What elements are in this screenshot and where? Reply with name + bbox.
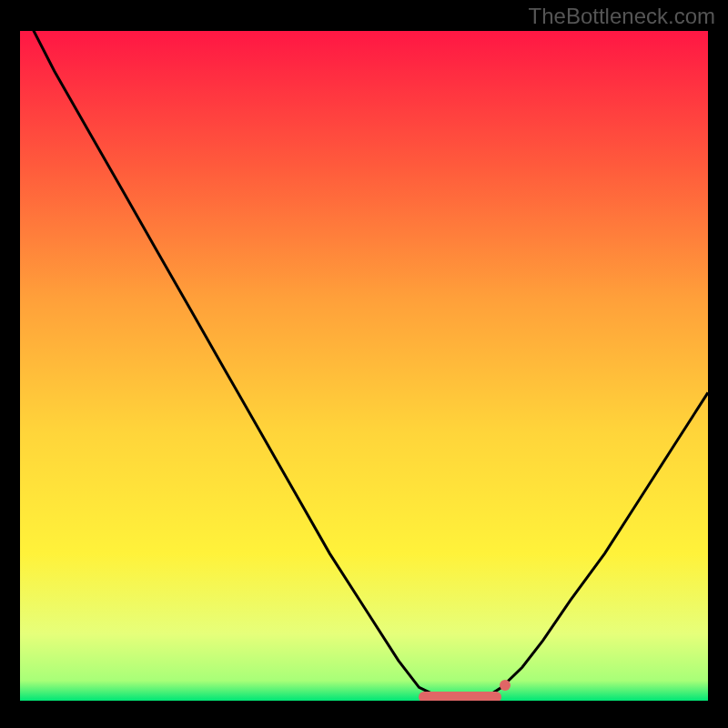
curve-overlay	[20, 31, 708, 701]
watermark-text: TheBottleneck.com	[529, 4, 715, 29]
bottleneck-curve	[20, 31, 708, 701]
optimal-range-highlight	[419, 692, 501, 701]
plot-area	[20, 31, 708, 701]
